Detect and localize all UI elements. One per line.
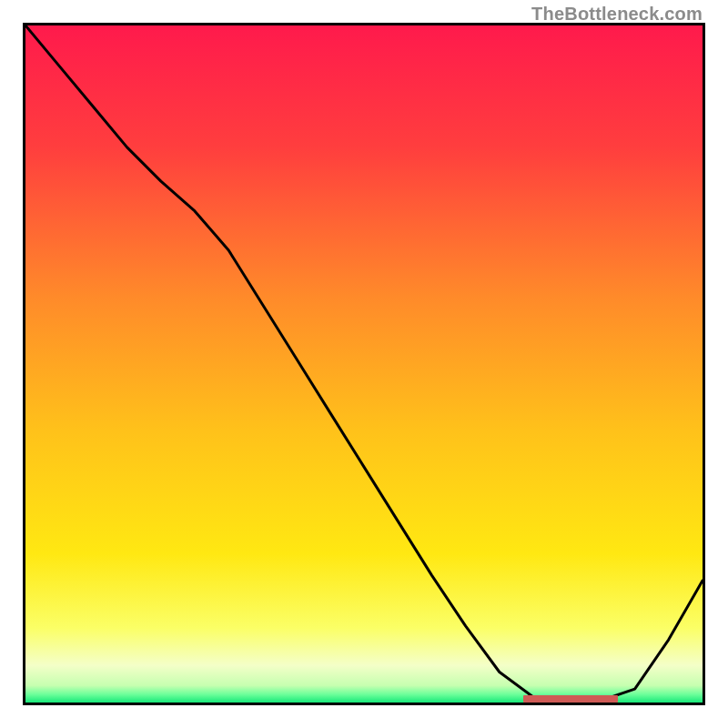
chart-plot-area [23, 23, 705, 705]
chart-line-series [25, 25, 703, 703]
watermark-text: TheBottleneck.com [531, 4, 703, 25]
optimal-range-marker [523, 695, 618, 703]
